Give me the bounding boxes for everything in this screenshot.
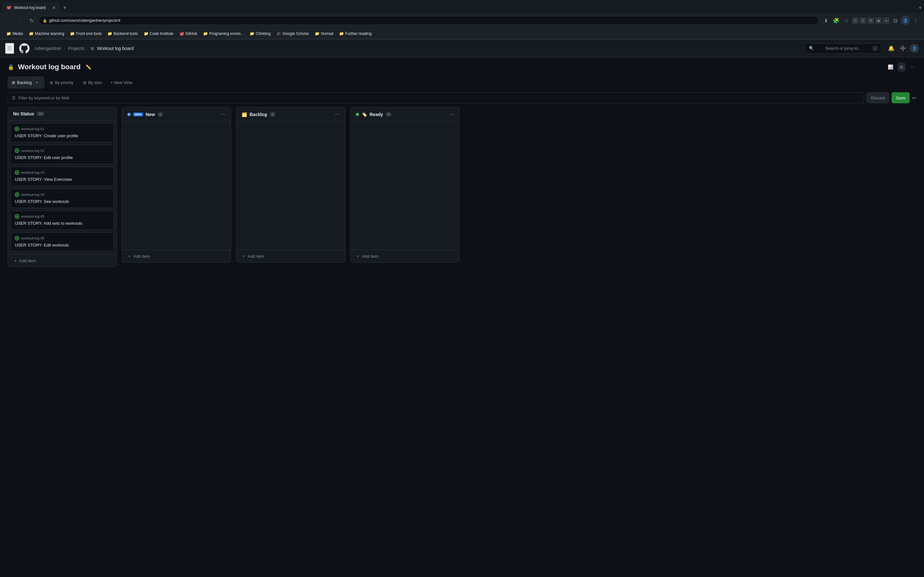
project-title-row: 🔒 Workout log board ✏️ 📊 ⊞ ⋯ xyxy=(8,63,916,71)
user-avatar[interactable]: 👤 xyxy=(910,44,919,53)
extensions-button[interactable]: 🧩 xyxy=(832,16,841,25)
card-4[interactable]: workout-log #4 USER STORY: See workouts xyxy=(11,189,114,208)
add-item-ready[interactable]: ＋ Add item xyxy=(351,250,459,262)
column-new-menu[interactable]: ⋯ xyxy=(220,111,226,117)
discard-button[interactable]: Discard xyxy=(867,92,889,103)
tab-backlog-dropdown[interactable]: ▾ xyxy=(34,79,40,86)
column-backlog-menu[interactable]: ⋯ xyxy=(334,111,340,117)
forward-button[interactable]: → xyxy=(15,16,24,25)
bookmark-label-backend: Backend tools xyxy=(113,31,137,36)
filter-actions: Discard Save ↩ xyxy=(867,92,916,103)
reload-button[interactable]: ↻ xyxy=(27,16,36,25)
card-6[interactable]: workout-log #6 USER STORY: Edit workouts xyxy=(11,232,114,251)
card-2[interactable]: workout-log #2 USER STORY: Edit user pro… xyxy=(11,145,114,164)
ext-icon-3: M xyxy=(867,17,874,24)
board-view-button[interactable]: ⊞ xyxy=(898,63,905,71)
filter-input[interactable]: ☰ Filter by keyword or by field xyxy=(8,92,864,103)
filter-placeholder: Filter by keyword or by field xyxy=(18,95,69,100)
bookmark-programming[interactable]: 📁 Programing enviro... xyxy=(200,31,246,37)
card-6-meta: workout-log #6 xyxy=(15,236,110,240)
search-shortcut: / xyxy=(873,46,877,51)
add-item-new[interactable]: ＋ Add item xyxy=(122,250,231,262)
add-item-backlog-icon: ＋ xyxy=(242,253,246,259)
undo-button[interactable]: ↩ xyxy=(912,92,916,103)
breadcrumb: rubengardner / Projects / ⊞ Workout log … xyxy=(35,46,134,51)
hamburger-menu[interactable]: ☰ xyxy=(5,43,14,54)
ext-icon-4: ◉ xyxy=(875,17,882,24)
project-edit-button[interactable]: ✏️ xyxy=(84,63,92,71)
create-button[interactable]: ➕ xyxy=(898,44,907,53)
bookmarks-bar: 📁 Media 📁 Machine learning 📁 Front end t… xyxy=(0,28,924,39)
add-item-no-status-label: Add item xyxy=(19,258,36,263)
bookmark-codeinstitute[interactable]: 📁 Code Institute xyxy=(141,31,176,37)
column-header-backlog: 🗂️ Backlog 0 ⋯ xyxy=(236,107,345,121)
project-header: 🔒 Workout log board ✏️ 📊 ⊞ ⋯ ⊞ Backlog ▾… xyxy=(0,57,924,89)
new-status-dot xyxy=(128,113,131,116)
column-body-backlog xyxy=(236,121,345,250)
breadcrumb-current-project: Workout log board xyxy=(97,46,134,51)
active-tab[interactable]: 🐙 Workout log board ✕ xyxy=(3,3,60,13)
card-4-ref: workout-log #4 xyxy=(21,193,44,197)
add-item-backlog-label: Add item xyxy=(248,254,264,259)
address-bar[interactable]: 🔒 github.com/users/rubengardner/projects… xyxy=(39,16,819,25)
card-5[interactable]: workout-log #5 USER STORY: Add sets to w… xyxy=(11,211,114,230)
add-item-backlog[interactable]: ＋ Add item xyxy=(236,250,345,262)
tab-close-button[interactable]: ✕ xyxy=(51,5,57,10)
tab-backlog[interactable]: ⊞ Backlog ▾ xyxy=(8,77,44,89)
browser-profile-button[interactable]: 👤 xyxy=(901,16,910,25)
bookmark-media[interactable]: 📁 Media xyxy=(4,31,26,37)
header-search[interactable]: 🔍 Search or jump to... / xyxy=(804,43,882,53)
notifications-button[interactable]: 🔔 xyxy=(887,44,896,53)
filter-bar: ☰ Filter by keyword or by field Discard … xyxy=(0,89,924,107)
bookmark-backend[interactable]: 📁 Backend tools xyxy=(105,31,140,37)
breadcrumb-separator-2: / xyxy=(87,46,88,51)
breadcrumb-projects[interactable]: Projects xyxy=(68,46,84,51)
bookmark-googlescholar[interactable]: 🎓 Google Scholar xyxy=(274,31,312,37)
column-ready-menu[interactable]: ⋯ xyxy=(449,111,454,117)
add-item-ready-icon: ＋ xyxy=(356,253,360,259)
bookmark-github[interactable]: 🐙 GitHub xyxy=(177,31,200,37)
app-header: ☰ rubengardner / Projects / ⊞ Workout lo… xyxy=(0,39,924,57)
card-1[interactable]: workout-log #1 USER STORY: Create user p… xyxy=(11,123,114,142)
bookmark-frontend[interactable]: 📁 Front end tools xyxy=(67,31,104,37)
add-item-no-status-icon: ＋ xyxy=(13,258,17,263)
card-3[interactable]: workout-log #3 USER STORY: View Exercise… xyxy=(11,167,114,186)
bookmark-label-programming: Programing enviro... xyxy=(209,31,244,36)
bookmark-furtherreading[interactable]: 📁 Further reading xyxy=(336,31,374,37)
bookmark-climbing[interactable]: 📁 Climbing xyxy=(247,31,273,37)
tab-by-priority[interactable]: ⊞ By priority xyxy=(45,78,78,87)
card-4-status-icon xyxy=(15,192,19,197)
ready-status-dot xyxy=(356,113,359,116)
bookmark-button[interactable]: ☆ xyxy=(842,16,851,25)
more-options-button[interactable]: ⋯ xyxy=(908,63,916,71)
back-button[interactable]: ← xyxy=(4,16,13,25)
backlog-folder-icon: 🗂️ xyxy=(242,112,247,117)
card-3-status-icon xyxy=(15,170,19,175)
new-view-button[interactable]: + New View xyxy=(107,78,136,87)
bookmark-icon-frontend: 📁 xyxy=(70,31,75,36)
bookmark-icon-climbing: 📁 xyxy=(250,31,254,36)
card-2-status-icon xyxy=(15,148,19,153)
card-2-ref: workout-log #2 xyxy=(21,149,44,153)
new-tab-button[interactable]: + xyxy=(60,3,69,12)
download-button[interactable]: ⬇ xyxy=(821,16,830,25)
address-text: github.com/users/rubengardner/projects/4 xyxy=(49,18,120,23)
bookmark-nomad[interactable]: 📁 Nomad xyxy=(312,31,336,37)
card-6-status-icon xyxy=(15,236,19,240)
breadcrumb-user[interactable]: rubengardner xyxy=(35,46,61,51)
tab-backlog-label: Backlog xyxy=(17,80,32,85)
breadcrumb-separator-1: / xyxy=(64,46,65,51)
bookmark-ml[interactable]: 📁 Machine learning xyxy=(26,31,67,37)
column-title-no-status: No Status xyxy=(13,111,34,116)
add-item-no-status[interactable]: ＋ Add item xyxy=(8,254,116,267)
card-1-ref: workout-log #1 xyxy=(21,127,44,131)
insights-button[interactable]: 📊 xyxy=(886,63,895,71)
tab-by-size[interactable]: ⊞ By size xyxy=(79,78,106,87)
sidebar-button[interactable]: ⊟ xyxy=(891,16,900,25)
tab-size-label: By size xyxy=(88,80,102,85)
save-button[interactable]: Save xyxy=(892,92,909,103)
card-5-status-icon xyxy=(15,214,19,219)
bookmark-icon-codeinstitute: 📁 xyxy=(144,31,149,36)
tab-bar-right: ▾ xyxy=(919,5,921,10)
menu-button[interactable]: ⋮ xyxy=(911,16,920,25)
